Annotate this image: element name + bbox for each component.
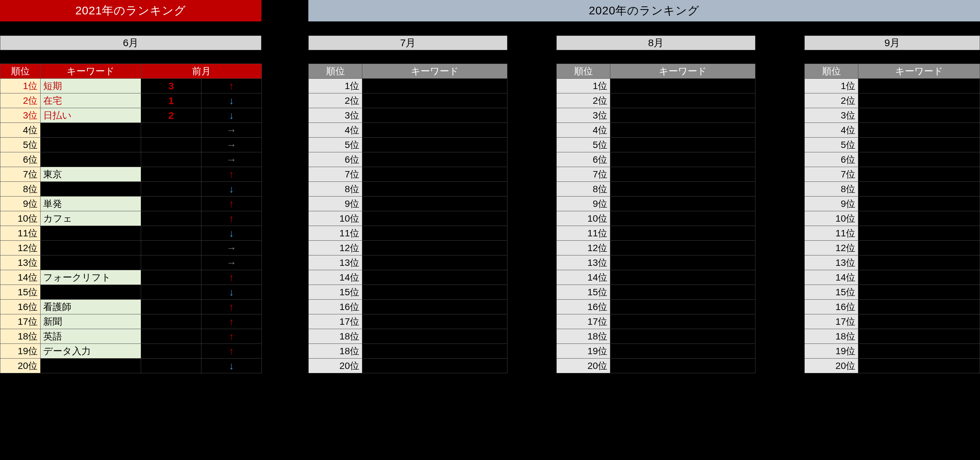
keyword-cell: カフェ — [41, 211, 141, 226]
prev-rank-cell — [141, 241, 201, 255]
table-row: 13位 — [557, 255, 756, 270]
rank-cell: 2位 — [0, 94, 41, 108]
trend-arrow-icon: ↑ — [201, 197, 262, 211]
keyword-cell — [858, 255, 980, 270]
table-row: 12位 — [805, 241, 980, 255]
rank-cell: 6位 — [805, 152, 858, 167]
keyword-cell — [41, 255, 141, 270]
rank-cell: 20位 — [309, 358, 362, 373]
prev-rank-cell — [141, 226, 201, 241]
trend-arrow-icon: ↑ — [201, 314, 262, 329]
table-row: 18位英語↑ — [0, 329, 262, 344]
rank-cell: 11位 — [0, 226, 41, 241]
table-row: 5位 — [557, 138, 756, 152]
keyword-cell — [858, 329, 980, 344]
table-row: 20位 — [309, 358, 508, 373]
table-row: 6位 — [805, 152, 980, 167]
table-row: 6位 — [557, 152, 756, 167]
column-2020-08: 8月 順位 キーワード 1位2位3位4位5位6位7位8位9位10位11位12位1… — [556, 35, 756, 373]
table-row: 3位 — [309, 108, 508, 123]
rank-cell: 18位 — [557, 329, 610, 344]
rank-cell: 8位 — [309, 182, 362, 197]
rank-cell: 6位 — [309, 152, 362, 167]
table-row: 8位 — [805, 182, 980, 197]
table-row: 10位 — [805, 211, 980, 226]
keyword-cell — [858, 300, 980, 314]
prev-rank-cell — [141, 152, 201, 167]
table-row: 4位 — [557, 123, 756, 138]
rank-cell: 16位 — [0, 300, 41, 314]
rank-cell: 15位 — [0, 285, 41, 300]
keyword-cell — [362, 226, 508, 241]
keyword-cell — [362, 108, 508, 123]
table-row: 6位 — [309, 152, 508, 167]
table-row: 18位 — [309, 344, 508, 358]
table-row: 1位 — [557, 79, 756, 94]
table-row: 14位 — [557, 270, 756, 285]
rank-cell: 18位 — [309, 329, 362, 344]
trend-arrow-icon: ↑ — [201, 270, 262, 285]
th-rank: 順位 — [309, 64, 362, 79]
rank-cell: 20位 — [0, 358, 41, 373]
table-row: 13位→ — [0, 255, 262, 270]
table-row: 11位 — [557, 226, 756, 241]
keyword-cell — [858, 79, 980, 94]
keyword-cell — [610, 226, 756, 241]
trend-arrow-icon: ↓ — [201, 108, 262, 123]
rank-cell: 20位 — [557, 358, 610, 373]
table-row: 19位 — [805, 344, 980, 358]
keyword-cell — [858, 197, 980, 211]
prev-rank-cell: 1 — [141, 94, 201, 108]
rank-cell: 16位 — [557, 300, 610, 314]
rank-cell: 17位 — [557, 314, 610, 329]
prev-rank-cell — [141, 358, 201, 373]
keyword-cell — [362, 152, 508, 167]
th-keyword: キーワード — [362, 64, 508, 79]
rank-cell: 14位 — [805, 270, 858, 285]
rank-cell: 12位 — [805, 241, 858, 255]
rank-cell: 3位 — [0, 108, 41, 123]
table-row: 12位 — [309, 241, 508, 255]
prev-rank-cell — [141, 270, 201, 285]
rank-cell: 18位 — [805, 329, 858, 344]
keyword-cell — [41, 226, 141, 241]
rank-cell: 17位 — [805, 314, 858, 329]
rank-cell: 2位 — [805, 94, 858, 108]
column-2021-06: 6月 順位 キーワード 前月 1位短期3↑2位在宅1↓3位日払い2↓4位→5位→… — [0, 35, 261, 373]
keyword-cell — [362, 138, 508, 152]
rank-cell: 19位 — [0, 344, 41, 358]
rank-cell: 2位 — [557, 94, 610, 108]
trend-arrow-icon: ↓ — [201, 226, 262, 241]
keyword-cell — [610, 152, 756, 167]
keyword-cell — [362, 300, 508, 314]
table-row: 2位 — [805, 94, 980, 108]
keyword-cell: 英語 — [41, 329, 141, 344]
rank-cell: 11位 — [557, 226, 610, 241]
month-header-6: 6月 — [0, 35, 261, 50]
month-header-7: 7月 — [309, 35, 508, 50]
trend-arrow-icon: → — [201, 241, 262, 255]
keyword-cell — [858, 123, 980, 138]
keyword-cell — [858, 270, 980, 285]
rank-cell: 6位 — [557, 152, 610, 167]
table-row: 19位 — [557, 344, 756, 358]
keyword-cell — [362, 344, 508, 358]
rank-cell: 19位 — [805, 344, 858, 358]
trend-arrow-icon: → — [201, 138, 262, 152]
th-keyword: キーワード — [41, 64, 141, 79]
keyword-cell — [858, 285, 980, 300]
rank-cell: 7位 — [0, 167, 41, 182]
keyword-cell — [858, 152, 980, 167]
trend-arrow-icon: → — [201, 152, 262, 167]
rank-cell: 10位 — [805, 211, 858, 226]
table-row: 8位 — [557, 182, 756, 197]
keyword-cell — [362, 329, 508, 344]
th-keyword: キーワード — [858, 64, 980, 79]
trend-arrow-icon: → — [201, 255, 262, 270]
keyword-cell — [362, 270, 508, 285]
table-row: 16位 — [805, 300, 980, 314]
rank-cell: 17位 — [309, 314, 362, 329]
rank-cell: 9位 — [557, 197, 610, 211]
table-row: 9位 — [805, 197, 980, 211]
keyword-cell: 新聞 — [41, 314, 141, 329]
